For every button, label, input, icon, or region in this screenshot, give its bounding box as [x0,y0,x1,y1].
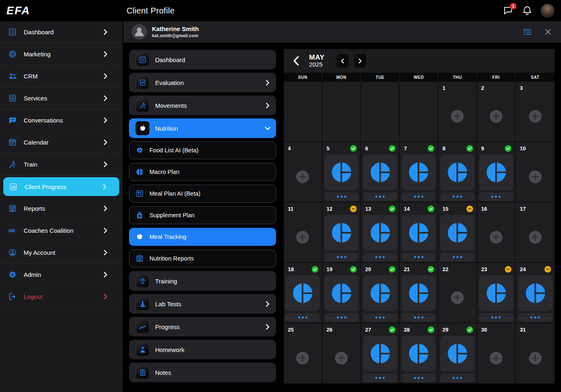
meal-pie-card[interactable] [363,154,397,190]
meal-pie-card[interactable] [324,275,358,311]
person-icon [139,346,147,354]
meal-pie-card[interactable] [401,275,436,311]
add-meal-button[interactable] [489,230,503,244]
icon-tile [136,320,149,334]
client-menu-item-progress[interactable]: Progress [129,317,276,336]
meal-options-button[interactable] [440,192,474,201]
meal-pie-card[interactable] [401,336,436,372]
dot [414,256,416,258]
bell-icon [522,5,532,16]
meal-pie-card[interactable] [401,215,436,251]
calendar-prev-button[interactable] [336,53,349,68]
client-menu-item-training[interactable]: Training [129,271,276,291]
calendar-header: MAY 2025 [284,49,554,73]
meal-options-button[interactable] [363,374,397,382]
client-menu-item-supplement-plan[interactable]: Supplement Plan [129,206,276,224]
add-meal-button[interactable] [528,170,542,184]
meal-pie-card[interactable] [324,154,358,190]
client-menu-item-meal-tracking[interactable]: Meal Tracking [129,228,276,246]
meal-options-button[interactable] [479,192,513,201]
meal-options-button[interactable] [401,253,436,261]
sidebar-item-reports[interactable]: Reports [0,198,122,220]
calendar-next-button[interactable] [354,53,367,68]
pie-chart-icon [407,161,430,183]
client-menu-item-macro-plan[interactable]: Macro Plan [129,163,276,181]
checklist-button[interactable] [523,27,532,37]
sidebar-item-client-progress[interactable]: Client Progress [3,177,119,196]
meal-options-button[interactable] [401,313,436,322]
user-avatar[interactable] [541,4,554,18]
meal-pie-card[interactable] [363,336,397,372]
meal-options-button[interactable] [518,313,552,322]
sidebar-item-train[interactable]: Train [0,154,122,176]
add-meal-button[interactable] [296,351,309,365]
meal-pie-card[interactable] [518,275,552,311]
sidebar-item-label: Calendar [24,139,104,146]
client-menu-item-lab-tests[interactable]: Lab Tests [129,294,276,314]
client-menu-item-meal-plan-ai-beta[interactable]: Meal Plan AI (Beta) [129,185,276,203]
sidebar-item-marketing[interactable]: Marketing [0,43,122,65]
meal-options-button[interactable] [363,192,397,201]
meal-options-button[interactable] [363,313,397,322]
sidebar-item-crm[interactable]: CRM [0,65,122,87]
sidebar-item-dashboard[interactable]: Dashboard [0,21,122,43]
add-meal-button[interactable] [450,109,464,123]
add-meal-button[interactable] [528,109,542,123]
meal-pie-card[interactable] [363,275,397,311]
add-meal-button[interactable] [528,351,542,365]
meal-options-button[interactable] [401,192,436,201]
meal-complete-badge [350,266,357,273]
add-meal-button[interactable] [528,230,542,244]
meal-options-button[interactable] [479,313,513,322]
sidebar-item-coaches-coalition[interactable]: Coaches Coalition [0,220,122,242]
meal-pie-card[interactable] [285,275,320,311]
add-meal-button[interactable] [450,291,464,305]
chevron-right-icon [104,161,107,167]
client-menu-item-homework[interactable]: Homework [129,340,276,359]
close-icon[interactable] [544,28,552,36]
dot [460,256,462,258]
client-menu-item-food-list-ai-beta[interactable]: Food List AI (Beta) [129,141,276,159]
sidebar-item-my-account[interactable]: My Account [0,242,122,264]
sidebar-item-logout[interactable]: Logout [0,286,122,308]
client-menu-item-evaluation[interactable]: Evaluation [129,73,276,92]
calendar-day-cell: 23 [477,263,516,323]
add-meal-button[interactable] [296,170,309,184]
meal-pie-card[interactable] [440,154,474,190]
sidebar-item-admin[interactable]: Admin [0,264,122,286]
add-meal-button[interactable] [334,351,348,365]
client-menu-item-dashboard[interactable]: Dashboard [129,50,276,69]
meal-options-button[interactable] [324,192,358,201]
sidebar-item-calendar[interactable]: Calendar [0,131,122,154]
meal-pie-card[interactable] [324,215,358,251]
chat-button[interactable]: 1 [503,5,514,16]
meal-options-button[interactable] [324,253,358,261]
client-menu-item-nutrition-reports[interactable]: Nutrition Reports [129,249,276,267]
meal-pie-card[interactable] [440,215,474,251]
meal-options-button[interactable] [363,253,397,261]
meal-options-button[interactable] [440,253,474,261]
sidebar-item-conversations[interactable]: Conversations [0,109,122,131]
meal-options-button[interactable] [285,313,320,322]
meal-pie-card[interactable] [363,215,397,251]
meal-stack [440,336,474,382]
meal-options-button[interactable] [324,313,358,322]
sidebar-item-label: Conversations [24,117,104,124]
meal-options-button[interactable] [440,374,474,382]
notifications-button[interactable] [522,5,532,16]
services-list-icon [8,94,17,102]
back-chevron-button[interactable] [293,56,299,66]
client-menu-item-notes[interactable]: Notes [129,363,276,382]
add-meal-button[interactable] [296,230,309,244]
meal-complete-badge [427,145,434,152]
add-meal-button[interactable] [489,351,503,365]
meal-pie-card[interactable] [479,154,513,190]
client-menu-item-movements[interactable]: Movements [129,96,276,115]
sidebar-item-services[interactable]: Services [0,87,122,109]
meal-pie-card[interactable] [401,154,436,190]
client-menu-item-nutrition[interactable]: Nutrition [129,118,276,138]
meal-pie-card[interactable] [479,275,513,311]
meal-pie-card[interactable] [440,336,474,372]
add-meal-button[interactable] [489,109,503,123]
meal-options-button[interactable] [401,374,436,382]
